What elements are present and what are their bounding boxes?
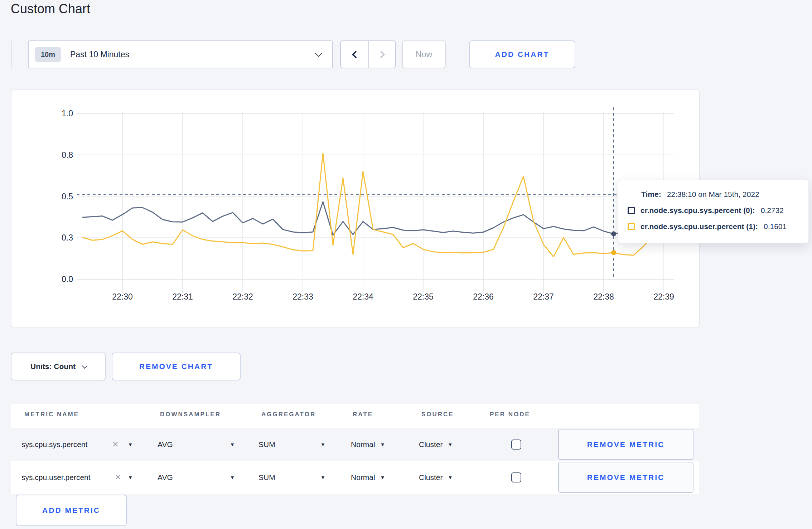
aggregator-dropdown[interactable]: SUM <box>258 473 275 482</box>
downsampler-dropdown[interactable]: AVG <box>158 440 173 449</box>
chevron-down-icon <box>82 363 88 369</box>
time-range-label: Past 10 Minutes <box>70 50 129 59</box>
add-chart-button[interactable]: ADD CHART <box>469 40 575 68</box>
rate-dropdown[interactable]: Normal ▼ <box>351 473 385 482</box>
svg-text:0.8: 0.8 <box>62 150 73 160</box>
source-dropdown[interactable]: Cluster ▼ <box>419 440 453 449</box>
col-per-node: PER NODE <box>490 411 530 418</box>
svg-text:22:38: 22:38 <box>593 292 614 301</box>
per-node-checkbox[interactable] <box>511 472 521 482</box>
metrics-table-header: METRIC NAME DOWNSAMPLER AGGREGATOR RATE … <box>11 404 699 428</box>
svg-text:22:34: 22:34 <box>353 292 373 301</box>
metrics-table: METRIC NAME DOWNSAMPLER AGGREGATOR RATE … <box>11 404 699 494</box>
chart-tooltip: Time: 22:38:10 on Mar 15th, 2022 cr.node… <box>618 180 809 243</box>
col-aggregator: AGGREGATOR <box>261 411 316 418</box>
col-downsampler: DOWNSAMPLER <box>160 411 221 418</box>
svg-text:0.5: 0.5 <box>62 192 73 201</box>
downsampler-value: AVG <box>158 473 173 482</box>
metric-name-dropdown[interactable]: sys.cpu.user.percent <box>21 473 91 482</box>
svg-text:22:33: 22:33 <box>293 292 313 301</box>
caret-down-icon[interactable]: ▼ <box>320 475 325 480</box>
sys-series-swatch-icon <box>628 207 635 214</box>
chart-card: 22:3022:3122:3222:3322:3422:3522:3622:37… <box>11 89 700 327</box>
caret-down-icon[interactable]: ▼ <box>128 442 133 447</box>
remove-metric-button[interactable]: REMOVE METRIC <box>558 462 693 493</box>
tooltip-time-label: Time: <box>641 190 661 199</box>
source-value: Cluster <box>419 473 443 482</box>
now-button[interactable]: Now <box>402 40 446 68</box>
time-nav-group <box>340 40 396 68</box>
svg-text:22:37: 22:37 <box>533 292 554 301</box>
svg-text:22:30: 22:30 <box>112 292 133 301</box>
units-label: Units: Count <box>30 362 76 371</box>
tooltip-series-name: cr.node.sys.cpu.sys.percent (0): <box>641 206 755 215</box>
remove-metric-button[interactable]: REMOVE METRIC <box>558 429 693 460</box>
toolbar-divider <box>11 41 12 69</box>
rate-value: Normal <box>351 440 375 449</box>
rate-dropdown[interactable]: Normal ▼ <box>351 440 385 449</box>
svg-text:22:31: 22:31 <box>172 292 193 301</box>
metric-row: sys.cpu.user.percent ✕ ▼ AVG ▼ SUM ▼ Nor… <box>11 461 699 494</box>
remove-chart-button[interactable]: REMOVE CHART <box>112 353 241 380</box>
metric-name: sys.cpu.user.percent <box>21 473 91 482</box>
source-value: Cluster <box>419 440 443 449</box>
source-dropdown[interactable]: Cluster ▼ <box>419 473 453 482</box>
caret-down-icon[interactable]: ▼ <box>320 442 325 447</box>
svg-text:22:35: 22:35 <box>413 292 434 301</box>
downsampler-dropdown[interactable]: AVG <box>158 473 173 482</box>
downsampler-value: AVG <box>158 440 173 449</box>
col-metric-name: METRIC NAME <box>24 411 79 418</box>
rate-value: Normal <box>351 473 375 482</box>
caret-down-icon: ▼ <box>448 475 453 480</box>
caret-down-icon[interactable]: ▼ <box>230 442 235 447</box>
col-rate: RATE <box>353 411 373 418</box>
metric-row: sys.cpu.sys.percent ✕ ▼ AVG ▼ SUM ▼ Norm… <box>11 428 699 461</box>
next-time-button[interactable] <box>368 41 395 68</box>
tooltip-series-value: 0.2732 <box>761 206 784 215</box>
tooltip-series-name: cr.node.sys.cpu.user.percent (1): <box>641 222 758 231</box>
prev-time-button[interactable] <box>341 41 368 68</box>
caret-down-icon[interactable]: ▼ <box>128 475 133 480</box>
clear-metric-icon[interactable]: ✕ <box>112 440 119 449</box>
caret-down-icon: ▼ <box>448 442 453 447</box>
units-dropdown[interactable]: Units: Count <box>11 353 106 380</box>
page-title: Custom Chart <box>11 1 90 16</box>
chevron-left-icon <box>352 50 359 58</box>
caret-down-icon: ▼ <box>380 475 385 480</box>
tooltip-series-value: 0.1601 <box>764 222 787 231</box>
metric-name: sys.cpu.sys.percent <box>21 440 87 449</box>
svg-text:0.3: 0.3 <box>62 233 73 242</box>
aggregator-value: SUM <box>258 473 275 482</box>
aggregator-dropdown[interactable]: SUM <box>258 440 275 449</box>
svg-text:0.0: 0.0 <box>62 275 73 284</box>
svg-text:22:39: 22:39 <box>653 292 674 301</box>
user-series-swatch-icon <box>628 223 635 230</box>
time-range-dropdown[interactable]: 10m Past 10 Minutes <box>28 40 333 68</box>
svg-text:22:36: 22:36 <box>473 292 494 301</box>
col-source: SOURCE <box>421 411 454 418</box>
clear-metric-icon[interactable]: ✕ <box>115 473 121 482</box>
svg-text:22:32: 22:32 <box>232 292 253 301</box>
tooltip-time-value: 22:38:10 on Mar 15th, 2022 <box>667 190 759 199</box>
caret-down-icon[interactable]: ▼ <box>230 475 235 480</box>
svg-text:1.0: 1.0 <box>62 109 73 118</box>
caret-down-icon: ▼ <box>380 442 385 447</box>
per-node-checkbox[interactable] <box>511 440 521 450</box>
aggregator-value: SUM <box>258 440 275 449</box>
chevron-right-icon <box>377 50 385 58</box>
chevron-down-icon <box>315 50 322 57</box>
add-metric-button[interactable]: ADD METRIC <box>16 495 127 526</box>
metric-name-dropdown[interactable]: sys.cpu.sys.percent <box>21 440 87 449</box>
time-range-badge: 10m <box>35 47 61 62</box>
